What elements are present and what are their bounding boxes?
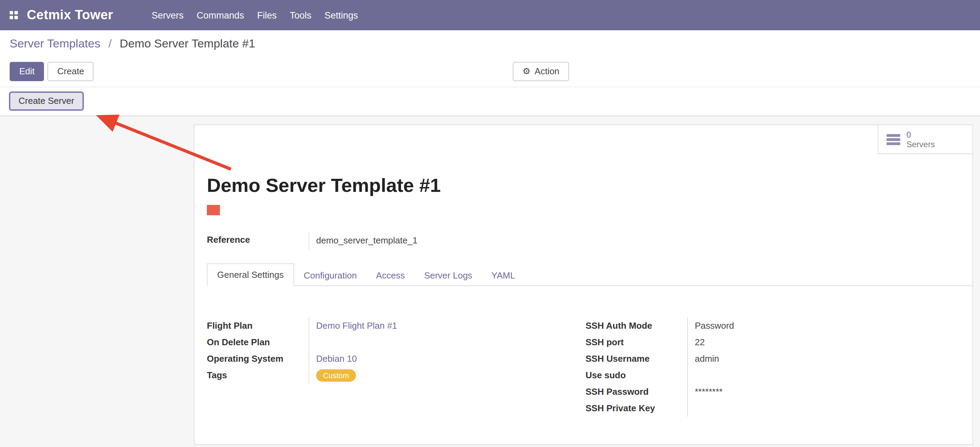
- create-button[interactable]: Create: [48, 62, 94, 81]
- form-row: Flight PlanDemo Flight Plan #1: [207, 318, 585, 334]
- field-value-link[interactable]: Debian 10: [316, 353, 357, 364]
- record-title: Demo Server Template #1: [207, 175, 960, 197]
- field-label: SSH Private Key: [585, 400, 687, 417]
- content-area: 0 Servers Demo Server Template #1 Refere…: [0, 116, 980, 447]
- detail-form: Flight PlanDemo Flight Plan #1On Delete …: [207, 318, 960, 417]
- stat-value: 0: [907, 129, 935, 139]
- app-window: Cetmix Tower ServersCommandsFilesToolsSe…: [0, 0, 980, 447]
- field-value: ********: [695, 386, 722, 397]
- tab-bar: General SettingsConfigurationAccessServe…: [207, 263, 972, 286]
- form-right-column: SSH Auth ModePasswordSSH port22SSH Usern…: [585, 318, 960, 417]
- field-label: Flight Plan: [207, 318, 309, 334]
- form-row: Use sudo: [585, 367, 960, 384]
- field-label: Operating System: [207, 351, 309, 367]
- form-row: SSH Auth ModePassword: [585, 318, 960, 334]
- field-value-link[interactable]: Demo Flight Plan #1: [316, 321, 397, 331]
- tag-badge[interactable]: Custom: [316, 369, 356, 382]
- apps-grid-icon[interactable]: [10, 11, 18, 19]
- tab-general-settings[interactable]: General Settings: [207, 263, 294, 286]
- form-row: TagsCustom: [207, 367, 585, 384]
- tab-server-logs[interactable]: Server Logs: [414, 265, 482, 286]
- reference-label: Reference: [207, 232, 309, 250]
- field-value-cell: admin: [687, 351, 960, 367]
- field-value-cell: ********: [687, 384, 960, 400]
- breadcrumb-parent-link[interactable]: Server Templates: [10, 37, 100, 50]
- form-row: SSH port22: [585, 334, 960, 351]
- tab-yaml[interactable]: YAML: [482, 265, 525, 286]
- field-value-cell: Demo Flight Plan #1: [309, 318, 585, 334]
- nav-item-servers[interactable]: Servers: [151, 10, 183, 20]
- stat-label: Servers: [907, 139, 935, 149]
- main-menu: ServersCommandsFilesToolsSettings: [151, 10, 358, 20]
- field-value-cell: Debian 10: [309, 351, 585, 367]
- gear-icon: ⚙: [522, 66, 530, 77]
- form-row: SSH Private Key: [585, 400, 960, 417]
- edit-button[interactable]: Edit: [10, 62, 45, 81]
- top-navbar: Cetmix Tower ServersCommandsFilesToolsSe…: [0, 0, 980, 30]
- form-left-column: Flight PlanDemo Flight Plan #1On Delete …: [207, 318, 585, 417]
- record-card: 0 Servers Demo Server Template #1 Refere…: [194, 125, 973, 445]
- form-row: SSH Usernameadmin: [585, 351, 960, 367]
- field-value-cell: Password: [687, 318, 960, 334]
- tab-configuration[interactable]: Configuration: [294, 265, 367, 286]
- field-value: Password: [695, 321, 734, 331]
- breadcrumb-separator: /: [108, 37, 111, 50]
- form-row: On Delete Plan: [207, 334, 585, 351]
- nav-item-tools[interactable]: Tools: [290, 10, 311, 20]
- field-value: 22: [695, 337, 705, 347]
- action-bar: Create Server: [0, 87, 980, 116]
- create-server-button[interactable]: Create Server: [9, 91, 84, 111]
- toolbar: Edit Create ⚙ Action: [0, 54, 980, 87]
- field-value-cell: 22: [687, 334, 960, 351]
- servers-stat-button[interactable]: 0 Servers: [878, 125, 972, 154]
- field-label: SSH port: [585, 334, 687, 351]
- stat-text: 0 Servers: [907, 129, 935, 149]
- form-row: Operating SystemDebian 10: [207, 351, 585, 367]
- action-button[interactable]: ⚙ Action: [513, 62, 569, 81]
- field-value-cell: [687, 367, 960, 384]
- field-value: admin: [695, 353, 719, 364]
- color-tag-swatch[interactable]: [207, 205, 220, 215]
- field-label: SSH Username: [585, 351, 687, 367]
- nav-item-settings[interactable]: Settings: [325, 10, 358, 20]
- action-button-label: Action: [535, 66, 559, 77]
- field-label: Tags: [207, 367, 309, 384]
- breadcrumb-current: Demo Server Template #1: [119, 37, 255, 50]
- field-label: SSH Auth Mode: [585, 318, 687, 334]
- breadcrumb: Server Templates / Demo Server Template …: [0, 30, 980, 54]
- field-label: SSH Password: [585, 384, 687, 400]
- reference-row: Reference demo_server_template_1: [207, 232, 960, 250]
- reference-value: demo_server_template_1: [309, 232, 960, 250]
- field-value-cell: Custom: [309, 367, 585, 384]
- form-row: SSH Password********: [585, 384, 960, 400]
- nav-item-commands[interactable]: Commands: [197, 10, 244, 20]
- field-value-cell: [687, 400, 960, 417]
- brand-title[interactable]: Cetmix Tower: [27, 8, 113, 23]
- nav-item-files[interactable]: Files: [257, 10, 277, 20]
- tab-access[interactable]: Access: [366, 265, 414, 286]
- field-value-cell: [309, 334, 585, 351]
- field-label: Use sudo: [585, 367, 687, 384]
- servers-icon: [886, 134, 900, 145]
- field-label: On Delete Plan: [207, 334, 309, 351]
